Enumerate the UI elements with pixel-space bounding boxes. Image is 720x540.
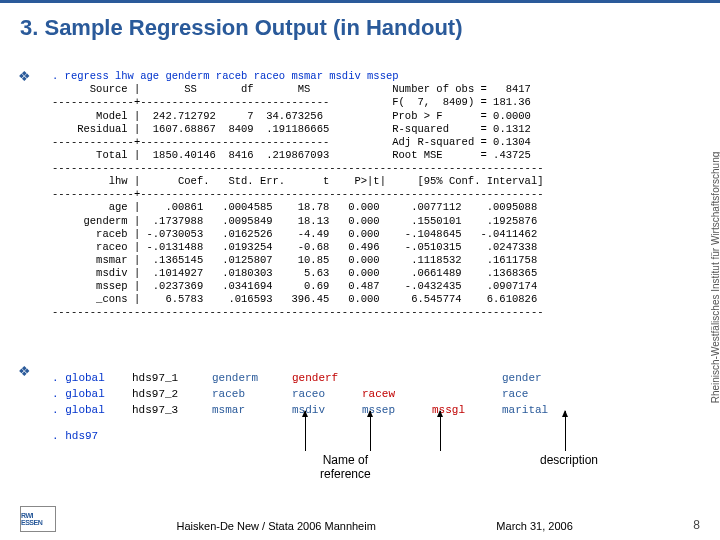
hds-row: . hds97 [52, 429, 582, 445]
globals-block: . global hds97_1 genderm genderf gender … [52, 371, 582, 445]
bullet-icon: ❖ [18, 68, 31, 84]
footer-author: Haisken-De New / Stata 2006 Mannheim [177, 520, 376, 532]
arrow-icon [565, 411, 566, 451]
global-row: . global hds97_2 raceb raceo racew race [52, 387, 582, 403]
arrow-icon [370, 411, 371, 451]
regress-command: . regress lhw age genderm raceb raceo ms… [52, 70, 399, 82]
global-row: . global hds97_1 genderm genderf gender [52, 371, 582, 387]
bullet-icon: ❖ [18, 363, 31, 379]
arrow-icon [305, 411, 306, 451]
global-row: . global hds97_3 msmar msdiv mssep mssgl… [52, 403, 582, 419]
regression-output: . regress lhw age genderm raceb raceo ms… [52, 57, 700, 320]
footer: RWI ESSEN Haisken-De New / Stata 2006 Ma… [20, 506, 700, 532]
slide-title: 3. Sample Regression Output (in Handout) [20, 15, 700, 41]
rwi-logo: RWI ESSEN [20, 506, 56, 532]
sidebar-institute: Rheinisch-Westfälisches Institut für Wir… [711, 151, 721, 403]
arrow-icon [440, 411, 441, 451]
page-number: 8 [693, 518, 700, 532]
footer-date: March 31, 2006 [496, 520, 572, 532]
annotation-nameref: Name of reference [320, 453, 371, 481]
annotation-description: description [540, 453, 598, 467]
